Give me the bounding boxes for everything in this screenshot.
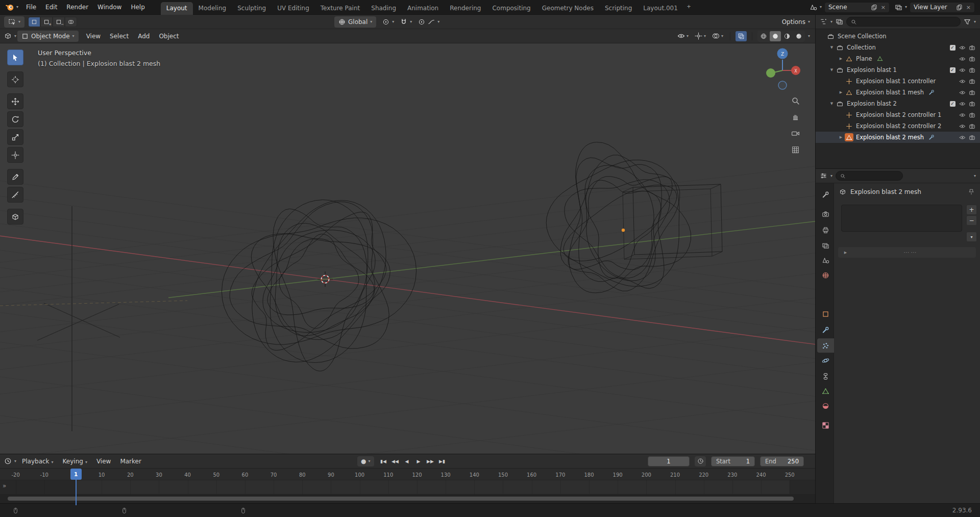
outliner-row-collection[interactable]: ▼Collection✓ (816, 42, 980, 53)
timeline-ruler[interactable]: -20-101020304050607080901001101201301401… (0, 469, 815, 480)
workspace-tab-modeling[interactable]: Modeling (193, 2, 232, 15)
properties-tab-physics[interactable] (817, 353, 834, 367)
hide-viewport-eye-icon[interactable] (958, 55, 966, 63)
previous-keyframe-button[interactable]: ◀◀ (390, 456, 401, 466)
shading-rendered-button[interactable] (793, 31, 804, 41)
scene-name-field[interactable]: Scene × (824, 2, 890, 13)
hide-viewport-eye-icon[interactable] (958, 100, 966, 108)
workspace-tab-layout-001[interactable]: Layout.001 (638, 2, 683, 15)
outliner-row-explosion-blast-2-mesh[interactable]: ▶Explosion blast 2 mesh (816, 132, 980, 143)
specials-dropdown-button[interactable]: ▾ (966, 232, 977, 242)
properties-search-input[interactable] (848, 173, 898, 179)
workspace-tab-rendering[interactable]: Rendering (444, 2, 486, 15)
exclude-checkbox[interactable]: ✓ (948, 100, 957, 108)
zoom-icon[interactable] (791, 96, 800, 105)
disclosure-open-icon[interactable]: ▼ (828, 68, 836, 72)
gizmo-axis-z-negative[interactable] (778, 81, 787, 89)
tool-measure-button[interactable] (7, 187, 23, 203)
camera-view-icon[interactable] (791, 129, 800, 138)
panel-drag-grip[interactable]: ⋯⋯ (849, 249, 972, 256)
viewport-menu-object[interactable]: Object (154, 31, 183, 42)
workspace-tab-uv-editing[interactable]: UV Editing (272, 2, 315, 15)
frame-end-field[interactable]: End 250 (760, 456, 804, 466)
timeline-tracks[interactable] (0, 480, 815, 494)
remove-view-layer-icon[interactable]: × (966, 4, 971, 11)
disable-render-camera-icon[interactable] (968, 100, 976, 108)
viewport-menu-view[interactable]: View (82, 31, 105, 42)
pivot-point-dropdown[interactable]: ▾ (382, 18, 394, 26)
current-frame-field[interactable]: 1 (648, 456, 690, 466)
outliner-row-explosion-blast-2[interactable]: ▼Explosion blast 2✓ (816, 98, 980, 109)
properties-tab-render[interactable] (817, 207, 834, 221)
timeline-menu-playback[interactable]: Playback▾ (17, 456, 58, 467)
chevron-down-icon[interactable]: ▾ (974, 174, 976, 178)
tool-scale-button[interactable] (7, 129, 23, 145)
hide-viewport-eye-icon[interactable] (958, 66, 966, 74)
workspace-tab-scripting[interactable]: Scripting (599, 2, 638, 15)
scene-icon[interactable] (810, 4, 817, 11)
select-mode-intersect-button[interactable] (65, 17, 77, 27)
outliner-row-explosion-blast-1[interactable]: ▼Explosion blast 1✓ (816, 64, 980, 76)
gizmos-toggle[interactable]: ▾ (693, 31, 707, 41)
remove-item-button[interactable]: − (966, 215, 977, 226)
disable-render-camera-icon[interactable] (968, 55, 976, 63)
properties-tab-particles[interactable] (817, 338, 834, 353)
menu-help[interactable]: Help (126, 2, 149, 13)
view-layer-icon[interactable] (895, 4, 902, 11)
properties-tab-world[interactable] (817, 268, 834, 282)
menu-render[interactable]: Render (62, 2, 93, 13)
auto-keying-button[interactable]: ● ▾ (357, 456, 374, 466)
tool-add-cube-button[interactable] (7, 209, 23, 225)
timeline-menu-keying[interactable]: Keying▾ (58, 456, 92, 467)
outliner-row-plane[interactable]: ▶Plane (816, 53, 980, 64)
properties-tab-scene[interactable] (817, 253, 834, 267)
properties-tab-view-layer[interactable] (817, 238, 834, 253)
play-button[interactable]: ▶ (413, 456, 424, 466)
workspace-tab-texture-paint[interactable]: Texture Paint (315, 2, 365, 15)
outliner-editor-icon[interactable] (820, 18, 827, 26)
hide-viewport-eye-icon[interactable] (958, 77, 966, 85)
pan-hand-icon[interactable] (791, 113, 800, 121)
new-scene-icon[interactable] (871, 4, 877, 11)
menu-file[interactable]: File (21, 2, 41, 13)
tool-select-box-button[interactable] (7, 50, 23, 65)
outliner-row-explosion-blast-2-controller-2[interactable]: Explosion blast 2 controller 2 (816, 120, 980, 132)
disclosure-closed-icon[interactable]: ▶ (837, 135, 845, 139)
outliner-row-explosion-blast-1-mesh[interactable]: ▶Explosion blast 1 mesh (816, 87, 980, 98)
navigation-gizmo[interactable]: Z X (761, 47, 804, 90)
pin-icon[interactable] (968, 188, 975, 195)
outliner-row-explosion-blast-2-controller-1[interactable]: Explosion blast 2 controller 1 (816, 109, 980, 120)
next-keyframe-button[interactable]: ▶▶ (425, 456, 436, 466)
chevron-down-icon[interactable]: ▾ (830, 174, 832, 178)
viewport-menu-add[interactable]: Add (133, 31, 154, 42)
new-view-layer-icon[interactable] (956, 4, 963, 11)
preview-range-button[interactable] (695, 456, 706, 466)
play-reverse-button[interactable]: ◀ (402, 456, 412, 466)
menu-window[interactable]: Window (93, 2, 126, 13)
outliner-search-input[interactable] (859, 18, 956, 25)
filter-funnel-icon[interactable] (964, 18, 971, 26)
unlink-scene-icon[interactable]: × (881, 4, 886, 11)
collapsed-panel-header[interactable]: ▶ ⋯⋯ (838, 247, 976, 258)
workspace-tab-shading[interactable]: Shading (365, 2, 402, 15)
hide-viewport-eye-icon[interactable] (958, 122, 966, 130)
active-tool-dropdown[interactable]: ▾ (4, 16, 24, 28)
exclude-checkbox[interactable]: ✓ (948, 43, 957, 52)
jump-to-end-button[interactable]: ▶▮ (437, 456, 448, 466)
disable-render-camera-icon[interactable] (968, 122, 976, 130)
frame-start-field[interactable]: Start 1 (711, 456, 755, 466)
disable-render-camera-icon[interactable] (968, 111, 976, 119)
tool-cursor-button[interactable] (7, 71, 23, 87)
chevron-down-icon[interactable]: ▾ (820, 5, 822, 9)
blender-menu-button[interactable]: ▾ (5, 3, 18, 12)
hide-viewport-eye-icon[interactable] (958, 111, 966, 119)
properties-tab-modifiers[interactable] (817, 323, 834, 337)
add-item-button[interactable]: + (966, 205, 977, 215)
workspace-tab-animation[interactable]: Animation (402, 2, 444, 15)
select-mode-extend-button[interactable]: + (40, 17, 53, 27)
properties-tab-object[interactable] (817, 307, 834, 321)
snapping-toggle[interactable]: ▾ (400, 18, 412, 26)
tool-move-button[interactable] (7, 93, 23, 109)
workspace-tab-layout[interactable]: Layout (161, 2, 193, 15)
tool-rotate-button[interactable] (7, 111, 23, 127)
